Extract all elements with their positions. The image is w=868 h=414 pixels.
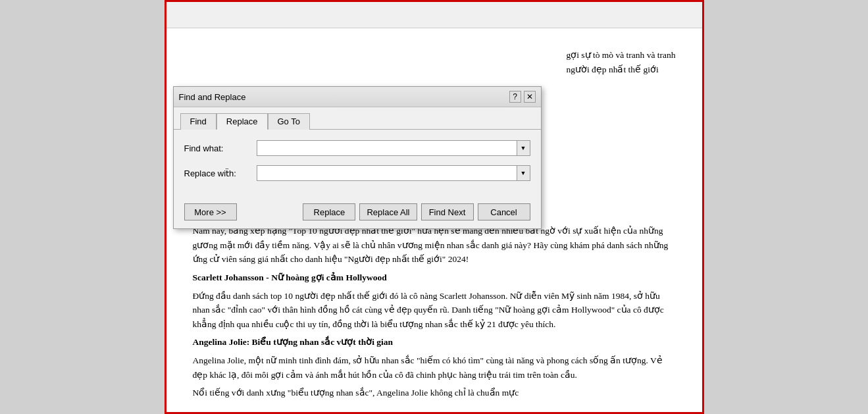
replace-with-input-wrap: ▼ bbox=[257, 165, 530, 181]
find-replace-dialog: Find and Replace ? ✕ Find Replace Go To bbox=[173, 86, 542, 229]
find-what-input-wrap: ▼ bbox=[257, 140, 530, 156]
tab-goto[interactable]: Go To bbox=[268, 113, 310, 130]
doc-heading-3: Angelina Jolie: Biểu tượng nhan sắc vượt… bbox=[193, 335, 676, 349]
tab-find[interactable]: Find bbox=[180, 113, 217, 130]
find-next-button[interactable]: Find Next bbox=[421, 203, 474, 220]
replace-with-label: Replace wiẗh: bbox=[184, 168, 257, 178]
partial-text-2: người đẹp nhất thế giới bbox=[566, 65, 658, 74]
more-button[interactable]: More >> bbox=[184, 203, 237, 220]
replace-with-row: Replace wiẗh: ▼ bbox=[184, 165, 530, 181]
toolbar bbox=[166, 2, 702, 28]
replace-with-input[interactable] bbox=[257, 165, 517, 181]
dialog-title: Find and Replace bbox=[179, 92, 246, 102]
dialog-close-button[interactable]: ✕ bbox=[524, 91, 536, 103]
replace-button[interactable]: Replace bbox=[303, 203, 355, 220]
replace-with-dropdown-arrow[interactable]: ▼ bbox=[517, 165, 530, 181]
dialog-body: Find what: ▼ Replace wiẗh: ▼ bbox=[174, 130, 541, 198]
find-what-row: Find what: ▼ bbox=[184, 140, 530, 156]
doc-para-2: Đứng đầu danh sách top 10 người đẹp nhất… bbox=[193, 289, 676, 332]
dialog-controls: ? ✕ bbox=[509, 91, 536, 103]
dialog-help-button[interactable]: ? bbox=[509, 91, 521, 103]
document-area: gợi sự tò mò và tranh và tranh người đẹp… bbox=[0, 0, 868, 414]
dialog-buttons: More >> Replace Replace All Find Next Ca… bbox=[174, 198, 541, 228]
find-what-dropdown-arrow[interactable]: ▼ bbox=[517, 140, 530, 156]
tab-replace[interactable]: Replace bbox=[217, 113, 268, 130]
partial-text-1: gợi sự tò mò và tranh bbox=[566, 50, 644, 60]
dialog-titlebar: Find and Replace ? ✕ bbox=[174, 87, 541, 107]
dialog-tabs: Find Replace Go To bbox=[174, 107, 541, 130]
document-page: gợi sự tò mò và tranh và tranh người đẹp… bbox=[165, 0, 704, 414]
doc-para-1: Năm nay, bảng xếp hạng "Top 10 người đẹp… bbox=[193, 224, 676, 267]
doc-para-3: Angelina Jolie, một nữ minh tinh đình đá… bbox=[193, 353, 676, 382]
doc-heading-2: Scarlett Johansson - Nữ hoàng gợi cảm Ho… bbox=[193, 271, 676, 285]
doc-para-4: Nổi tiếng với danh xưng "biểu tượng nhan… bbox=[193, 386, 676, 400]
find-what-label: Find what: bbox=[184, 143, 257, 153]
cancel-button[interactable]: Cancel bbox=[478, 203, 530, 220]
find-what-input[interactable] bbox=[257, 140, 517, 156]
replace-all-button[interactable]: Replace All bbox=[359, 203, 417, 220]
